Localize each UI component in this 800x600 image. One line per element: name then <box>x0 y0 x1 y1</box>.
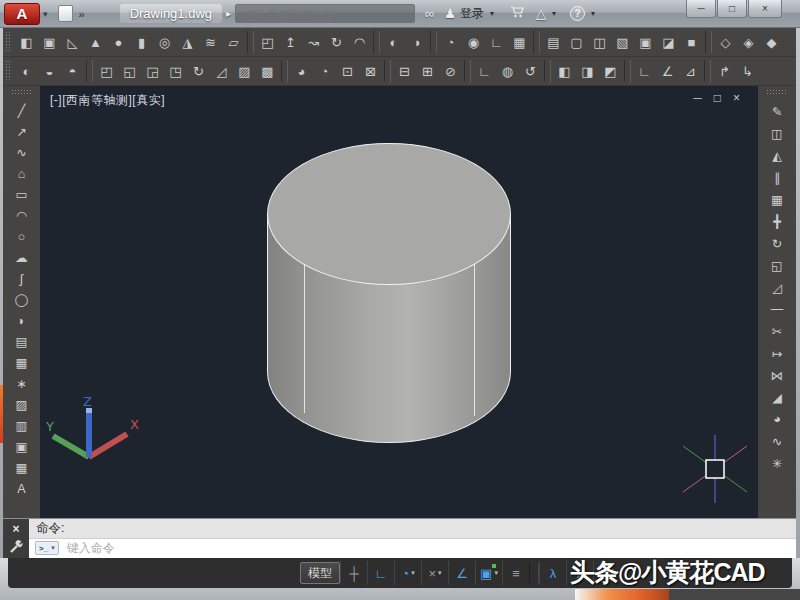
sweep-icon[interactable]: ↝ <box>302 30 325 54</box>
shell-icon[interactable]: ⊞ <box>416 59 439 83</box>
drawing-minimize-button[interactable]: ─ <box>693 91 702 105</box>
offset-icon[interactable]: ∥ <box>765 166 789 188</box>
box-icon[interactable]: ▣ <box>38 30 61 54</box>
point-icon[interactable]: ∗ <box>10 373 34 394</box>
constrained-orbit-icon[interactable]: ◉ <box>462 30 485 54</box>
polygon-icon[interactable]: ⌂ <box>10 163 34 184</box>
insert-block-icon[interactable]: ▤ <box>10 331 34 352</box>
planar-surface-icon[interactable]: ▱ <box>222 30 245 54</box>
multiline-text-icon[interactable]: A <box>10 478 34 499</box>
help-chevron-icon[interactable]: ▾ <box>591 9 595 18</box>
vs-hidden-icon[interactable]: ▧ <box>611 30 634 54</box>
offset-faces-icon[interactable]: ◲ <box>141 59 164 83</box>
ucs-zaxis-icon[interactable]: ∠ <box>656 59 679 83</box>
ucs-3point-icon[interactable]: ⊿ <box>679 59 702 83</box>
subtract-icon[interactable]: ◑ <box>405 30 428 54</box>
array-icon[interactable]: ▦ <box>765 188 789 210</box>
view-manager-icon[interactable]: ▤ <box>542 30 565 54</box>
chamfer-icon[interactable]: ◢ <box>765 386 789 408</box>
separate-icon[interactable]: ⊟ <box>393 59 416 83</box>
extrude-icon[interactable]: ↥ <box>279 30 302 54</box>
extrude-faces-icon[interactable]: ◰ <box>95 59 118 83</box>
ucs-rotate-x-icon[interactable]: ↱ <box>713 59 736 83</box>
customize-wrench-icon[interactable] <box>9 540 23 558</box>
app-menu-chevron-icon[interactable]: ▾ <box>43 9 48 19</box>
rectangle-icon[interactable]: ▭ <box>10 184 34 205</box>
help-icon[interactable]: ? <box>570 6 585 21</box>
color-faces-icon[interactable]: ▩ <box>256 59 279 83</box>
cylinder-3d[interactable] <box>267 143 511 443</box>
circle-icon[interactable]: ○ <box>10 226 34 247</box>
vs-shaded-icon[interactable]: ■ <box>680 30 703 54</box>
subtract-icon[interactable]: ◒ <box>38 59 61 83</box>
quick-access-more-button[interactable]: » <box>79 8 84 20</box>
free-orbit-icon[interactable]: ◔ <box>439 30 462 54</box>
polysolid-icon[interactable]: ◧ <box>15 30 38 54</box>
helix-icon[interactable]: ≋ <box>199 30 222 54</box>
cylinder-icon[interactable]: ▮ <box>130 30 153 54</box>
ucs-origin-icon[interactable]: ∟ <box>633 59 656 83</box>
intersect-icon[interactable]: ◓ <box>61 59 84 83</box>
extend-icon[interactable]: ↦ <box>765 342 789 364</box>
create-block-icon[interactable]: ▦ <box>10 352 34 373</box>
revolve-icon[interactable]: ↻ <box>325 30 348 54</box>
ucs-object-icon[interactable]: ◨ <box>576 59 599 83</box>
arc-icon[interactable]: ◠ <box>10 205 34 226</box>
ucs-icon[interactable]: ∟ <box>473 59 496 83</box>
sign-in-chevron-icon[interactable]: ▾ <box>490 9 494 18</box>
new-file-icon[interactable] <box>58 5 73 22</box>
ucs-face-icon[interactable]: ◧ <box>553 59 576 83</box>
exchange-cart-icon[interactable] <box>510 6 524 21</box>
shadows-off-icon[interactable]: ◇ <box>714 30 737 54</box>
ucs-world-icon[interactable]: ◍ <box>496 59 519 83</box>
vs-wireframe-icon[interactable]: ◫ <box>588 30 611 54</box>
full-shadow-icon[interactable]: ◆ <box>760 30 783 54</box>
erase-icon[interactable]: ✎ <box>765 100 789 122</box>
table-icon[interactable]: ▦ <box>10 457 34 478</box>
vs-realistic-icon[interactable]: ▣ <box>634 30 657 54</box>
vs-conceptual-icon[interactable]: ◪ <box>657 30 680 54</box>
object-snap-3d-icon[interactable]: ▣▾ <box>475 561 502 585</box>
autodesk360-chevron-icon[interactable]: ▾ <box>552 9 556 18</box>
stretch-icon[interactable]: ◿ <box>765 276 789 298</box>
hatch-icon[interactable]: ▨ <box>10 394 34 415</box>
chamfer-edge-icon[interactable]: ◔ <box>313 59 336 83</box>
ucs-icon[interactable]: Z Y X <box>45 393 145 475</box>
title-expand-icon[interactable]: ▸ <box>226 8 231 19</box>
drawing-restore-button[interactable]: □ <box>714 91 721 105</box>
command-input[interactable] <box>67 541 796 555</box>
viewport[interactable]: [-][西南等轴测][真实] ─ □ × Z Y X <box>40 86 758 518</box>
rotate-icon[interactable]: ↻ <box>765 232 789 254</box>
pyramid-icon[interactable]: ◮ <box>176 30 199 54</box>
help-search-input[interactable] <box>236 7 414 24</box>
construction-line-icon[interactable]: ↗ <box>10 121 34 142</box>
autodesk360-icon[interactable]: △ <box>536 6 546 21</box>
line-icon[interactable]: ╱ <box>10 100 34 121</box>
maximize-button[interactable]: □ <box>717 0 747 18</box>
command-prompt-icon[interactable]: >_ ▾ <box>35 541 59 555</box>
break-icon[interactable]: ⋈ <box>765 364 789 386</box>
delete-faces-icon[interactable]: ◳ <box>164 59 187 83</box>
taper-faces-icon[interactable]: ◿ <box>210 59 233 83</box>
loft-icon[interactable]: ◠ <box>348 30 371 54</box>
clean-icon[interactable]: ⊠ <box>359 59 382 83</box>
ground-shadow-icon[interactable]: ◈ <box>737 30 760 54</box>
copy-icon[interactable]: ◫ <box>765 122 789 144</box>
spline-icon[interactable]: ʃ <box>10 268 34 289</box>
presspull-icon[interactable]: ◰ <box>256 30 279 54</box>
toolbar-grip[interactable] <box>5 60 12 82</box>
explode-icon[interactable]: ✳ <box>765 452 789 474</box>
sphere-icon[interactable]: ● <box>107 30 130 54</box>
mirror-icon[interactable]: ◭ <box>765 144 789 166</box>
minimize-button[interactable]: ─ <box>686 0 716 18</box>
scale-icon[interactable]: ◱ <box>765 254 789 276</box>
gradient-icon[interactable]: ▥ <box>10 415 34 436</box>
lineweight-icon[interactable]: ≡ <box>502 561 529 585</box>
close-button[interactable]: × <box>748 0 782 18</box>
revision-cloud-icon[interactable]: ☁ <box>10 247 34 268</box>
viewport-controls-label[interactable]: [-][西南等轴测][真实] <box>50 92 165 109</box>
trim-icon[interactable]: ✂ <box>765 320 789 342</box>
drawing-close-button[interactable]: × <box>733 91 740 105</box>
ortho-mode-icon[interactable]: ∟ <box>367 561 394 585</box>
torus-icon[interactable]: ◎ <box>153 30 176 54</box>
